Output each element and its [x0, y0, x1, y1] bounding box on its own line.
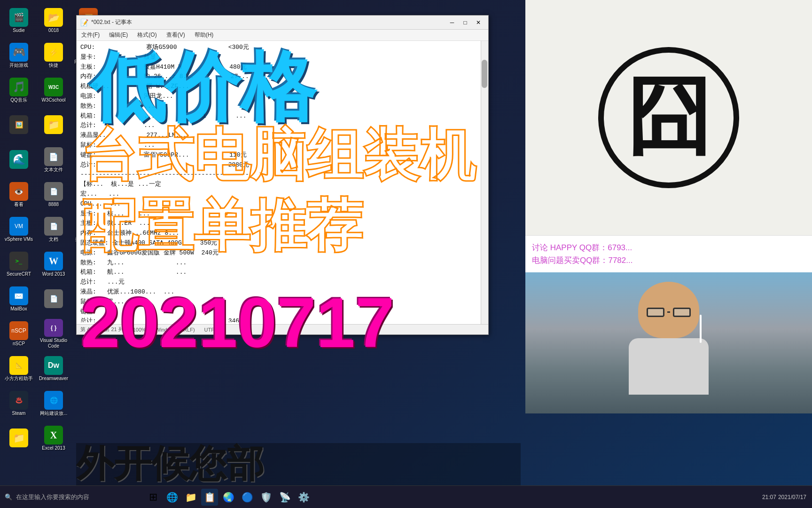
status-lineending: Windows (CRLF): [156, 327, 195, 333]
icon-label-shortcut: 快捷: [49, 63, 58, 68]
desktop-icon-8888[interactable]: 📄 8888: [37, 178, 70, 212]
desktop-icon-excel2013[interactable]: X Excel 2013: [37, 421, 70, 455]
icon-label-dw: Dreamweaver: [39, 376, 68, 381]
notepad-content-area[interactable]: CPU: 赛场G5900 <300元 显卡: 核显 主板: 技嘉H410M H …: [77, 41, 488, 324]
scrollbar-thumb[interactable]: [482, 60, 487, 88]
taskbar-start-button[interactable]: ⊞: [145, 489, 162, 506]
icon-label-math: 小方方程助手: [5, 376, 33, 381]
icon-label-mailbox: MailBox: [10, 306, 27, 312]
desktop-icon-steam[interactable]: ♨️ Steam: [2, 387, 36, 421]
taskbar: 🔍 在这里输入你要搜索的内容 ⊞ 🌐 📁 📋 🌏 🔵 🛡️ 📡 ⚙️ 21:07…: [0, 485, 812, 508]
window-titlebar: 📝 *002.txt - 记事本 ─ □ ✕: [77, 16, 488, 30]
logo-area: 囧: [525, 0, 812, 235]
desktop-icon-water[interactable]: 🌊: [2, 143, 36, 177]
taskbar-system-tray: 21:07 2021/07/17: [757, 494, 812, 500]
window-menubar: 文件(F) 编辑(E) 格式(O) 查看(V) 帮助(H): [77, 30, 488, 41]
icon-label-textfile: 文本文件: [44, 167, 63, 173]
icon-label-nscp: nSCP: [13, 341, 25, 347]
icon-label-word2013: Word 2013: [42, 271, 65, 277]
desktop-icon-website[interactable]: 🌐 网站建设放...: [37, 387, 70, 421]
desktop-icon-area: 🎬 Sudie 🎮 开始游戏 🎵 QQ音乐 🖼️ 🌊 👁️ 看看 VM vSph…: [0, 0, 75, 485]
desktop-icon-file2[interactable]: 📄: [37, 282, 70, 316]
desktop-icon-qqmusic[interactable]: 🎵 QQ音乐: [2, 73, 36, 107]
menu-help[interactable]: 帮助(H): [190, 30, 219, 40]
icon-label-0018: 0018: [48, 28, 59, 33]
desktop-icon-shortcut[interactable]: ⚡ 快捷: [37, 39, 70, 72]
window-controls: ─ □ ✕: [446, 18, 484, 27]
icon-label-vm: vSphere VMs: [5, 237, 33, 242]
bottom-text-area: 外开候您部: [76, 443, 521, 485]
notepad-window: 📝 *002.txt - 记事本 ─ □ ✕ 文件(F) 编辑(E) 格式(O)…: [76, 15, 489, 335]
desktop-icon-mailbox[interactable]: ✉️ MailBox: [2, 282, 36, 316]
desktop: 🎬 Sudie 🎮 开始游戏 🎵 QQ音乐 🖼️ 🌊 👁️ 看看 VM vSph…: [0, 0, 812, 508]
desktop-icon-word2013[interactable]: W Word 2013: [37, 247, 70, 281]
desktop-icon-nscp[interactable]: nSCP nSCP: [2, 317, 36, 351]
icon-label-website: 网站建设放...: [40, 411, 67, 416]
desktop-icon-textfile[interactable]: 📄 文本文件: [37, 143, 70, 177]
taskbar-edge-icon[interactable]: 🌐: [164, 489, 180, 506]
taskbar-gear-icon[interactable]: ⚙️: [295, 489, 312, 506]
menu-view[interactable]: 查看(V): [162, 30, 190, 40]
desktop-icon-sudie[interactable]: 🎬 Sudie: [2, 4, 36, 38]
menu-edit[interactable]: 编辑(E): [104, 30, 133, 40]
status-position: 第 47 行，第 21 列: [80, 326, 124, 333]
desktop-icon-folder1[interactable]: 📁: [2, 421, 36, 455]
status-encoding: UTF-8: [204, 327, 219, 333]
bottom-large-text: 外开候您部: [76, 443, 264, 485]
icon-label-8888: 8888: [48, 202, 59, 207]
taskbar-browser-icon[interactable]: 🌏: [220, 489, 237, 506]
icon-label-vscode: Visual Studio Code: [39, 338, 69, 349]
menu-format[interactable]: 格式(O): [133, 30, 161, 40]
icon-label-qqmusic: QQ音乐: [10, 97, 27, 103]
icon-label-tv: 看看: [14, 202, 23, 207]
chat-line-1: 讨论 HAPPY QQ群：6793...: [532, 242, 805, 253]
desktop-icon-folder2[interactable]: 📁: [37, 108, 70, 142]
desktop-icon-img1[interactable]: 🖼️: [2, 108, 36, 142]
glass-left: [647, 308, 664, 317]
taskbar-media-icon[interactable]: 📡: [276, 489, 293, 506]
desktop-icon-math[interactable]: 📐 小方方程助手: [2, 352, 36, 386]
desktop-icon-doc[interactable]: 📄 文档: [37, 213, 70, 246]
desktop-icon-vscode[interactable]: { } Visual Studio Code: [37, 317, 70, 351]
icon-label-w3c: W3Cschool: [41, 97, 65, 103]
close-button[interactable]: ✕: [472, 18, 484, 27]
status-zoom: 100%: [133, 327, 146, 333]
icon-label-excel2013: Excel 2013: [42, 445, 65, 451]
minimize-button[interactable]: ─: [446, 18, 458, 27]
tray-date: 2021/07/17: [778, 494, 806, 500]
webcam-area: [525, 272, 812, 413]
notepad-text: CPU: 赛场G5900 <300元 显卡: 核显 主板: 技嘉H410M H …: [80, 43, 475, 322]
desktop-icon-vm[interactable]: VM vSphere VMs: [2, 213, 36, 246]
content-text: CPU: 赛场G5900 <300元 显卡: 核显 主板: 技嘉H410M H …: [80, 43, 475, 322]
head: [638, 282, 699, 338]
taskbar-shield-icon[interactable]: 🛡️: [258, 489, 274, 506]
desktop-icon-w3c[interactable]: W3C W3Cschool: [37, 73, 70, 107]
tray-time: 21:07: [762, 494, 776, 500]
desktop-icon-securecrt[interactable]: >_ SecureCRT: [2, 247, 36, 281]
earphone-wire: [700, 315, 702, 343]
glass-bridge: [667, 311, 670, 313]
icon-label-steam: Steam: [12, 411, 26, 416]
taskbar-search: 🔍 在这里输入你要搜索的内容: [0, 493, 141, 501]
desktop-icon-0018[interactable]: 📂 0018: [37, 4, 70, 38]
taskbar-explorer-icon[interactable]: 📁: [182, 489, 199, 506]
desktop-icon-tv[interactable]: 👁️ 看看: [2, 178, 36, 212]
taskbar-blue-icon[interactable]: 🔵: [239, 489, 256, 506]
logo-char: 囧: [626, 75, 711, 160]
right-panel: 囧 讨论 HAPPY QQ群：6793... 电脑问题买卖QQ群：7782...: [525, 0, 812, 485]
glasses: [645, 308, 692, 317]
notepad-scrollbar[interactable]: [481, 41, 488, 324]
desktop-icon-game[interactable]: 🎮 开始游戏: [2, 39, 36, 72]
taskbar-search-label[interactable]: 在这里输入你要搜索的内容: [16, 493, 89, 501]
taskbar-notepad-icon[interactable]: 📋: [201, 489, 218, 506]
menu-file[interactable]: 文件(F): [77, 30, 104, 40]
chat-line-2: 电脑问题买卖QQ群：7782...: [532, 255, 805, 266]
person-silhouette: [629, 282, 709, 395]
icon-label-securecrt: SecureCRT: [7, 271, 31, 277]
maximize-button[interactable]: □: [459, 18, 471, 27]
window-title: *002.txt - 记事本: [91, 18, 132, 26]
desktop-icon-dw[interactable]: Dw Dreamweaver: [37, 352, 70, 386]
taskbar-icons-area: ⊞ 🌐 📁 📋 🌏 🔵 🛡️ 📡 ⚙️: [141, 489, 316, 506]
glass-right: [673, 308, 691, 317]
icon-label-game: 开始游戏: [9, 63, 28, 68]
